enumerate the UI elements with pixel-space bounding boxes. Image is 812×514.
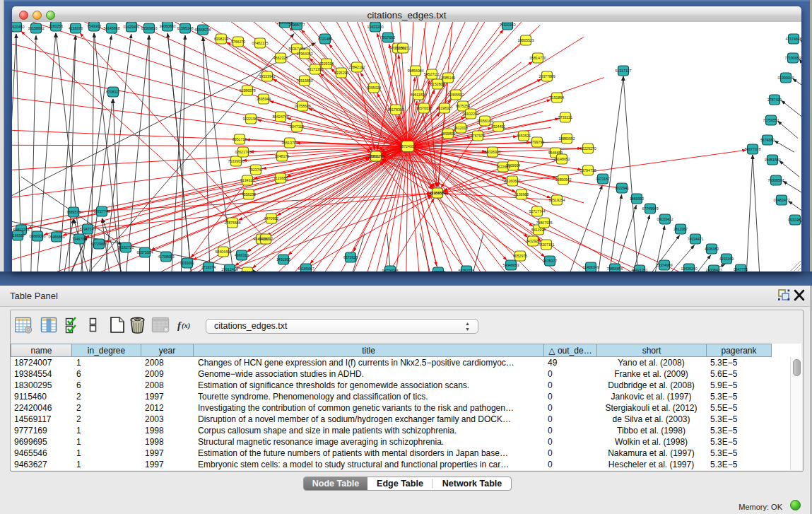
svg-text:5674680: 5674680 [760,138,775,142]
svg-text:55812236: 55812236 [13,228,29,232]
svg-text:9134316: 9134316 [240,178,254,182]
svg-text:4556238: 4556238 [242,192,256,197]
svg-text:44431351: 44431351 [631,268,647,271]
svg-text:4562328: 4562328 [273,56,288,60]
svg-text:89178390: 89178390 [387,107,404,112]
svg-text:1869993: 1869993 [630,197,644,201]
svg-text:71159212: 71159212 [395,46,411,50]
svg-text:15451680: 15451680 [764,158,780,162]
svg-text:5411998: 5411998 [531,228,546,232]
svg-text:50752735: 50752735 [458,269,474,271]
svg-text:68727743: 68727743 [93,209,110,214]
svg-text:09133412: 09133412 [657,217,673,221]
svg-text:67749649: 67749649 [642,206,658,211]
svg-text:53794738: 53794738 [579,168,596,173]
svg-text:62729806: 62729806 [90,242,107,246]
svg-text:8708317: 8708317 [106,90,120,94]
svg-text:26758692: 26758692 [294,104,310,108]
svg-text:7917693: 7917693 [381,35,395,40]
svg-text:52717744: 52717744 [529,209,545,214]
svg-text:2260256: 2260256 [49,24,63,28]
svg-text:65185067: 65185067 [298,267,314,271]
svg-text:65569816: 65569816 [141,26,157,30]
svg-text:76038597: 76038597 [767,178,784,182]
svg-text:99102290: 99102290 [462,112,478,116]
svg-text:62229270: 62229270 [579,146,596,151]
svg-text:45198327: 45198327 [436,106,452,110]
svg-text:0470952: 0470952 [264,216,278,221]
svg-text:6052975: 6052975 [513,254,527,258]
svg-text:85160607: 85160607 [504,179,520,183]
svg-text:03669096: 03669096 [29,234,45,238]
svg-text:6572628: 6572628 [343,255,358,259]
svg-text:6048175: 6048175 [275,154,289,158]
svg-text:4966319: 4966319 [235,253,249,257]
svg-text:5733221: 5733221 [558,115,572,119]
svg-text:22842102: 22842102 [348,65,365,69]
svg-text:78207151: 78207151 [538,243,554,247]
svg-text:07482175: 07482175 [252,41,268,45]
svg-text:0033092: 0033092 [180,261,194,265]
svg-text:5546659: 5546659 [548,151,563,155]
svg-text:19384554: 19384554 [429,191,445,195]
svg-text:5151864: 5151864 [550,95,564,100]
svg-text:77190659: 77190659 [784,56,801,60]
svg-text:1724005: 1724005 [240,270,254,271]
svg-text:6675254: 6675254 [456,104,470,108]
svg-text:61317127: 61317127 [615,69,631,73]
svg-text:61595148: 61595148 [177,26,193,30]
svg-text:5329318: 5329318 [319,62,334,66]
svg-text:3166587: 3166587 [12,233,25,238]
svg-text:5969664: 5969664 [506,163,520,168]
svg-text:75339636: 75339636 [228,159,244,163]
svg-text:05466889: 05466889 [48,235,64,239]
svg-text:7799799: 7799799 [530,140,544,144]
svg-text:99856984: 99856984 [407,69,423,73]
svg-text:82620450: 82620450 [12,25,25,29]
svg-text:18724007: 18724007 [399,144,416,148]
svg-text:59317461: 59317461 [288,47,305,51]
svg-text:18835523: 18835523 [517,38,534,42]
svg-text:1585149: 1585149 [441,76,455,80]
svg-text:4210249: 4210249 [719,257,734,261]
svg-text:6398214: 6398214 [214,37,228,41]
svg-text:4216073: 4216073 [69,26,83,30]
svg-text:6136968: 6136968 [514,192,529,197]
svg-text:54527111: 54527111 [424,72,440,76]
svg-text:6899809: 6899809 [441,132,455,136]
svg-text:6152809: 6152809 [430,82,445,86]
svg-text:89611836: 89611836 [411,93,427,97]
svg-text:9612018: 9612018 [454,126,468,130]
svg-text:65375564: 65375564 [136,250,153,255]
svg-text:7923747: 7923747 [249,168,263,172]
svg-text:27875588: 27875588 [224,221,240,225]
svg-text:92221969: 92221969 [242,117,259,121]
svg-text:1473799: 1473799 [431,270,445,271]
svg-text:4936183: 4936183 [705,247,719,251]
svg-text:84036900: 84036900 [484,150,500,154]
svg-text:2812067: 2812067 [673,227,688,231]
svg-text:74034471: 74034471 [687,237,703,241]
svg-text:65648236: 65648236 [194,28,211,32]
svg-text:05814770: 05814770 [529,56,546,60]
svg-text:2787429: 2787429 [767,98,782,102]
svg-text:2719374: 2719374 [201,265,216,269]
svg-text:20377889: 20377889 [539,74,555,78]
svg-text:24008427: 24008427 [705,268,722,271]
svg-text:36576615: 36576615 [416,106,432,110]
svg-text:4767976: 4767976 [471,134,485,138]
svg-text:41708053: 41708053 [158,255,174,259]
svg-text:9022941: 9022941 [615,186,629,190]
svg-text:8951718: 8951718 [233,137,247,141]
svg-text:0471167: 0471167 [596,177,610,181]
svg-text:0932480: 0932480 [788,218,801,222]
svg-text:43171390: 43171390 [307,67,323,71]
svg-text:01399049: 01399049 [777,76,794,80]
svg-text:84677378: 84677378 [744,147,760,151]
svg-text:7543303: 7543303 [87,24,101,28]
svg-text:34060883: 34060883 [159,24,175,28]
svg-text:13435240: 13435240 [681,267,697,271]
svg-text:17964053: 17964053 [296,52,312,56]
svg-text:88424745: 88424745 [272,115,288,119]
svg-text:61586578: 61586578 [239,88,255,93]
